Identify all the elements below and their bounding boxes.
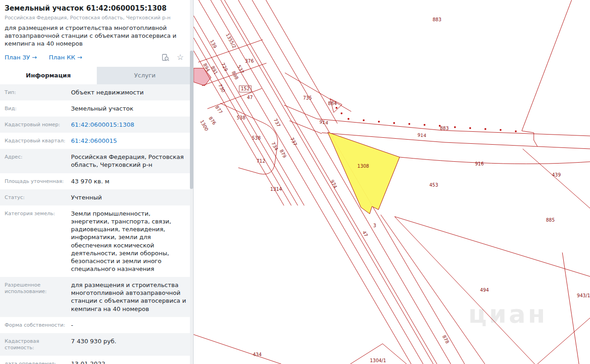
field-value[interactable]: 61:42:0600015:1308 <box>68 121 189 129</box>
info-row: Форма собственности:- <box>0 317 193 333</box>
parcel-label: 1300 <box>199 119 209 132</box>
field-value: Объект недвижимости <box>68 88 189 96</box>
header-icons: ☆ <box>161 53 185 62</box>
parcel-label: 877 <box>214 105 224 115</box>
parcel-label: 1355/2 <box>225 32 237 49</box>
field-label: Кадастровый квартал: <box>5 137 68 145</box>
parcel-label: 737 <box>289 136 298 147</box>
parcel-label: 891 <box>210 65 219 75</box>
parcel-label: 152 <box>241 86 249 91</box>
info-row: Статус:Учтенный <box>0 189 193 205</box>
cadastral-map[interactable]: циан 8831391355/237653789872989189473015… <box>194 0 590 364</box>
info-row: Разрешенное использование:для размещения… <box>0 277 193 317</box>
field-label: Площадь уточненная: <box>5 177 68 185</box>
field-value[interactable]: 61:42:0600015 <box>68 137 189 145</box>
field-value: 43 970 кв. м <box>68 177 189 185</box>
plan-links: План ЗУ → План КК → ☆ <box>5 53 185 62</box>
preview-icon[interactable] <box>161 53 170 62</box>
parcel-label: 538 <box>252 135 260 141</box>
field-value: Земельный участок <box>68 105 189 112</box>
info-row: дата определения:13.01.2022 <box>0 356 193 364</box>
field-label: Адрес: <box>5 153 68 169</box>
info-row: Кадастровый квартал:61:42:0600015 <box>0 133 193 149</box>
tab-uslugi[interactable]: Услуги <box>97 67 194 84</box>
field-label: дата определения: <box>5 360 68 364</box>
scrollbar-thumb[interactable] <box>190 51 193 189</box>
field-label: Кадастровая стоимость: <box>5 337 68 352</box>
parcel-label: 537 <box>236 64 245 74</box>
parcel-label: 876 <box>208 116 217 126</box>
info-row: Категория земель:Земли промышленности, э… <box>0 205 193 277</box>
parcel-label: 883 <box>440 126 448 131</box>
field-value: 13.01.2022 <box>68 360 189 364</box>
parcel-label: 1314 <box>270 187 282 192</box>
info-panel: Земельный участок 61:42:0600015:1308 Рос… <box>0 0 194 364</box>
parcel-label: 735 <box>303 95 312 100</box>
info-row: Кадастровая стоимость:7 430 930 руб. <box>0 333 193 356</box>
plan-kk-link[interactable]: План КК → <box>49 54 82 61</box>
field-value: для размещения и строительства многотопл… <box>68 281 189 313</box>
field-value: Учтенный <box>68 194 189 201</box>
parcel-label: 914 <box>417 132 426 138</box>
parcel-label: 47 <box>247 95 253 100</box>
parcel-label: 884 <box>328 101 336 106</box>
usage-description: для размещения и строительства многотопл… <box>5 24 185 48</box>
parcel-label: 453 <box>429 182 438 188</box>
field-value: Российская Федерация, Ростовская область… <box>68 153 189 169</box>
info-row: Адрес:Российская Федерация, Ростовская о… <box>0 149 193 173</box>
field-label: Статус: <box>5 194 68 201</box>
parcel-label: 434 <box>253 352 261 357</box>
field-value: - <box>68 321 189 329</box>
parcel-label: 439 <box>552 172 560 177</box>
map-area[interactable]: циан 8831391355/237653789872989189473015… <box>194 0 590 364</box>
parcel-label: 139 <box>209 39 218 49</box>
parcel-label: 538 <box>236 115 245 120</box>
plan-zu-link[interactable]: План ЗУ → <box>5 54 37 61</box>
tab-bar: ИнформацияУслуги <box>0 67 193 84</box>
parcel-label: 878 <box>442 334 450 344</box>
info-row: Вид:Земельный участок <box>0 100 193 117</box>
info-row: Площадь уточненная:43 970 кв. м <box>0 173 193 189</box>
tab-informatsiya[interactable]: Информация <box>0 67 97 84</box>
parcel-label: 943/1 <box>577 293 590 298</box>
watermark: циан <box>468 299 548 329</box>
parcel-label: 883 <box>432 17 441 22</box>
info-row: Кадастровый номер:61:42:0600015:1308 <box>0 117 193 133</box>
field-label: Кадастровый номер: <box>5 121 68 129</box>
parcel-label: 916 <box>475 161 484 166</box>
field-label: Вид: <box>5 105 68 112</box>
parcel-label: 712 <box>256 159 265 164</box>
field-value: 7 430 930 руб. <box>68 337 189 352</box>
star-icon[interactable]: ☆ <box>176 53 185 62</box>
parcel-label: 729 <box>220 62 229 72</box>
page-subtitle: Российская Федерация, Ростовская область… <box>5 15 185 21</box>
parcel-label: 974 <box>330 179 338 189</box>
parcel-label: 1308 <box>357 164 369 169</box>
info-row: Тип:Объект недвижимости <box>0 84 193 100</box>
panel-header: Земельный участок 61:42:0600015:1308 Рос… <box>0 0 193 67</box>
field-value: Земли промышленности, энергетики, трансп… <box>68 210 189 273</box>
panel-scrollbar[interactable] <box>190 0 193 364</box>
parcel-label: 885 <box>546 217 555 223</box>
parcel-label: 1304/1 <box>370 358 386 363</box>
field-label: Тип: <box>5 88 68 96</box>
field-label: Разрешенное использование: <box>5 281 68 313</box>
parcel-label: 914 <box>319 119 328 126</box>
field-label: Категория земель: <box>5 210 68 273</box>
field-label: Форма собственности: <box>5 321 68 329</box>
parcel-label: 3 <box>373 223 376 228</box>
info-rows: Тип:Объект недвижимостиВид:Земельный уча… <box>0 84 193 364</box>
parcel-label: 376 <box>245 59 254 64</box>
parcel-label: 494 <box>480 288 489 293</box>
page-title: Земельный участок 61:42:0600015:1308 <box>5 4 185 12</box>
